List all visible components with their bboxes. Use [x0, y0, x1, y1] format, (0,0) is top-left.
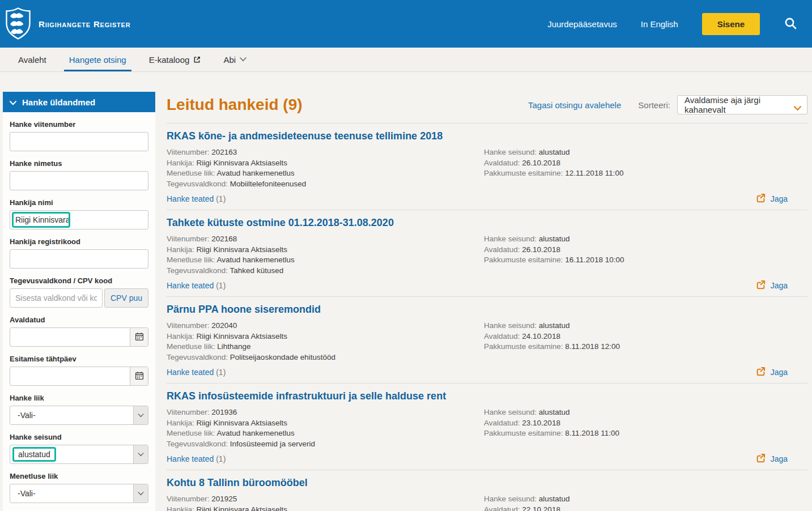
viitenumber-value: 201925	[211, 495, 237, 503]
menetluse-liik-select[interactable]: -Vali-	[10, 484, 148, 503]
hanke-seisund-select[interactable]: alustatud	[10, 445, 148, 464]
sort-label: Sorteeri:	[638, 100, 670, 110]
field-label-nimetus: Hanke nimetus	[10, 159, 148, 168]
tegevusvaldkond-value: Mobiiltelefoniteenused	[230, 180, 306, 188]
result-title-link[interactable]: Kohtu 8 Tallinn büroomööbel	[167, 477, 308, 489]
hanke-teated-link[interactable]: Hanke teated (1)	[167, 281, 226, 290]
header-actions: Juurdepääsetavus In English Sisene	[547, 13, 797, 35]
result-title-link[interactable]: RKAS kõne- ja andmesideteenuse teenuse t…	[167, 130, 443, 142]
result-item: RKAS infosüsteemide infrastruktuuri ja s…	[167, 384, 807, 470]
hanke-teated-link[interactable]: Hanke teated (1)	[167, 454, 226, 463]
results-list: RKAS kõne- ja andmesideteenuse teenuse t…	[167, 123, 807, 511]
search-icon	[784, 16, 797, 32]
tab-avaleht[interactable]: Avaleht	[13, 48, 52, 71]
registrikood-input[interactable]	[10, 249, 148, 269]
teated-count: (1)	[216, 281, 226, 290]
menetluse-liik-value: Avatud hankemenetlus	[217, 169, 295, 177]
seisund-value: alustatud	[539, 321, 570, 330]
page-title: Leitud hankeid (9)	[167, 96, 303, 114]
tab-hangete-otsing[interactable]: Hangete otsing	[64, 48, 131, 71]
field-label-registrikood: Hankija registrikood	[10, 237, 148, 246]
accessibility-link[interactable]: Juurdepääsetavus	[547, 19, 617, 29]
login-button[interactable]: Sisene	[702, 13, 760, 35]
viitenumber-input[interactable]	[10, 132, 148, 151]
field-label-cpv: Tegevusvaldkond / CPV kood	[10, 276, 148, 285]
tegevusvaldkond-value: Politseijaoskondade ehitustööd	[230, 353, 335, 361]
tab-e-kataloog[interactable]: E-kataloog	[144, 48, 206, 71]
chevron-down-icon	[794, 103, 801, 113]
tahtpaev-date-input[interactable]	[10, 367, 148, 386]
result-item: RKAS kõne- ja andmesideteenuse teenuse t…	[167, 124, 807, 210]
share-link[interactable]: Jaga	[756, 367, 788, 378]
avaldatud-date-input[interactable]	[10, 327, 148, 347]
share-icon	[756, 280, 766, 291]
share-link[interactable]: Jaga	[756, 453, 788, 465]
viitenumber-value: 202040	[211, 321, 237, 330]
hankija-nimi-input[interactable]	[10, 210, 148, 229]
field-label-hankija: Hankija nimi	[10, 198, 148, 207]
search-button[interactable]	[784, 16, 797, 32]
annotation-highlight: alustatud	[12, 447, 56, 462]
field-label-viitenumber: Hanke viitenumber	[10, 120, 148, 129]
hanke-liik-select[interactable]: -Vali-	[10, 406, 148, 425]
menetluse-liik-value: Avatud hankemenetlus	[217, 429, 295, 437]
field-label-tahtpaev: Esitamise tähtpäev	[10, 355, 148, 363]
seisund-value: alustatud	[539, 148, 570, 156]
coat-of-arms-logo-icon	[5, 7, 32, 41]
hanke-teated-link[interactable]: Hanke teated (1)	[167, 368, 226, 377]
result-title-link[interactable]: Tahkete kütuste ostmine 01.12.2018-31.08…	[167, 217, 394, 229]
chevron-down-icon	[133, 484, 148, 503]
tahtpaev-datepicker-button[interactable]	[130, 367, 148, 385]
seisund-value: alustatud	[539, 235, 570, 243]
esitamine-value: 8.11.2018 12:00	[565, 342, 620, 351]
teated-count: (1)	[216, 368, 226, 377]
chevron-down-icon	[240, 57, 246, 62]
avaldatud-value: 22.10.2018	[522, 505, 560, 511]
menetluse-liik-value: Avatud hankemenetlus	[217, 256, 295, 264]
share-link[interactable]: Jaga	[756, 193, 788, 205]
field-label-avaldatud: Avaldatud	[10, 316, 148, 324]
external-link-icon	[193, 56, 201, 63]
calendar-icon	[135, 332, 144, 343]
top-header: Riigihangete Register Juurdepääsetavus I…	[0, 0, 812, 48]
teated-count: (1)	[216, 454, 226, 463]
hankija-value: Riigi Kinnisvara Aktsiaselts	[197, 419, 288, 427]
avaldatud-datepicker-button[interactable]	[130, 328, 148, 346]
tegevusvaldkond-value: Infosüsteemid ja serverid	[230, 440, 315, 448]
hankija-value: Riigi Kinnisvara Aktsiaselts	[197, 505, 288, 511]
field-label-hanke-liik: Hanke liik	[10, 394, 148, 402]
filter-form: Hanke viitenumber Hanke nimetus Hankija …	[3, 112, 155, 511]
cpv-tree-button[interactable]: CPV puu	[104, 288, 148, 308]
result-title-link[interactable]: Pärnu PPA hoone siseremondid	[167, 304, 321, 316]
chevron-down-icon	[133, 445, 148, 463]
language-link[interactable]: In English	[641, 19, 678, 29]
result-item: Kohtu 8 Tallinn büroomööbel Viitenumber:…	[167, 470, 807, 511]
result-item: Pärnu PPA hoone siseremondid Viitenumber…	[167, 297, 807, 384]
avaldatud-value: 23.10.2018	[522, 419, 560, 427]
hanke-teated-link[interactable]: Hanke teated (1)	[167, 194, 226, 203]
share-icon	[756, 193, 766, 205]
esitamine-value: 12.11.2018 11:00	[565, 169, 623, 177]
result-title-link[interactable]: RKAS infosüsteemide infrastruktuuri ja s…	[167, 390, 446, 402]
nimetus-input[interactable]	[10, 171, 148, 190]
share-link[interactable]: Jaga	[756, 280, 788, 291]
esitamine-value: 8.11.2018 11:00	[565, 429, 619, 437]
chevron-down-icon	[133, 406, 148, 424]
avaldatud-value: 26.10.2018	[522, 159, 560, 167]
tegevusvaldkond-value: Tahked kütused	[230, 266, 284, 275]
calendar-icon	[135, 371, 144, 382]
cpv-input[interactable]	[10, 288, 103, 308]
filter-panel-header[interactable]: Hanke üldandmed	[3, 92, 155, 112]
share-icon	[756, 367, 766, 378]
tab-abi[interactable]: Abi	[218, 48, 252, 71]
back-to-search-link[interactable]: Tagasi otsingu avalehele	[528, 100, 621, 110]
field-label-menetluse-liik: Menetluse liik	[10, 472, 148, 480]
search-filter-sidebar: Hanke üldandmed Hanke viitenumber Hanke …	[3, 92, 155, 511]
sort-select[interactable]: Avaldamise aja järgi kahanevalt	[677, 95, 807, 114]
collapse-chevron-icon	[10, 97, 16, 107]
seisund-value: alustatud	[539, 408, 570, 416]
results-area: Leitud hankeid (9) Tagasi otsingu avaleh…	[155, 72, 812, 511]
teated-count: (1)	[216, 194, 226, 203]
hankija-value: Riigi Kinnisvara Aktsiaselts	[197, 159, 288, 167]
viitenumber-value: 202163	[211, 148, 237, 156]
